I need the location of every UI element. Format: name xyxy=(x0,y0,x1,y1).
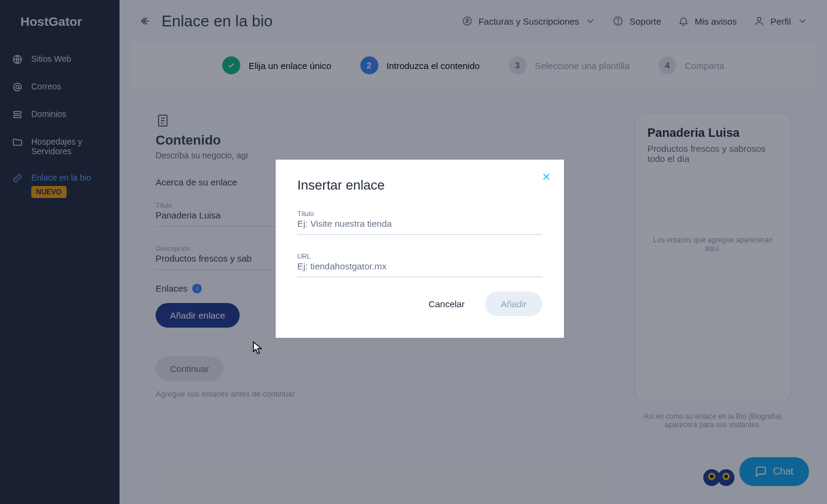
cancel-button[interactable]: Cancelar xyxy=(419,293,474,315)
modal-title-field[interactable]: Título xyxy=(297,206,542,235)
insert-link-modal: ✕ Insertar enlace Título URL Cancelar Añ… xyxy=(276,160,564,338)
modal-title-input[interactable] xyxy=(297,218,542,229)
close-icon[interactable]: ✕ xyxy=(542,170,551,184)
modal-url-field[interactable]: URL xyxy=(297,249,542,277)
add-button[interactable]: Añadir xyxy=(485,292,542,316)
modal-url-label: URL xyxy=(297,253,542,260)
modal-title-label: Título xyxy=(297,210,542,217)
modal-title: Insertar enlace xyxy=(297,178,542,193)
modal-url-input[interactable] xyxy=(297,261,542,271)
